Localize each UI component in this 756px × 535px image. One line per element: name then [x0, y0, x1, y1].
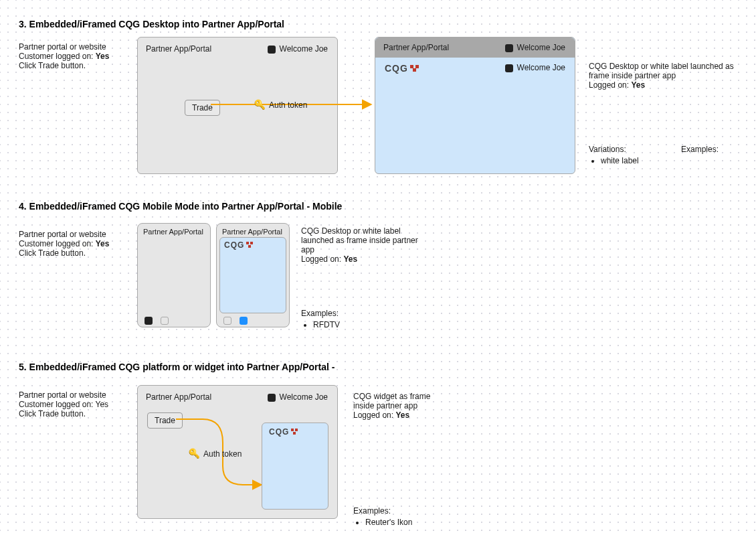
- user-icon: [268, 394, 276, 402]
- welcome-label: Welcome Joe: [505, 43, 565, 52]
- text-line: Customer logged on:: [19, 52, 96, 61]
- mobile-dock: [217, 315, 289, 327]
- cqg-logo-mark: [409, 64, 420, 72]
- desc-line: CQG Desktop or white label launched as f…: [589, 62, 734, 80]
- welcome-label: Welcome Joe: [268, 392, 328, 402]
- svg-rect-7: [291, 429, 294, 431]
- svg-rect-6: [248, 245, 251, 248]
- key-icon: 🔑: [189, 448, 200, 459]
- welcome-label: Welcome Joe: [268, 44, 328, 54]
- cqg-logo: CQG: [224, 240, 255, 250]
- cqg-logo: CQG: [269, 427, 300, 437]
- cqg-logo: CQG: [385, 63, 420, 74]
- cqg-logo-text: CQG: [224, 240, 244, 250]
- desc-line: Logged on:: [353, 410, 395, 420]
- partner-portal-widget: Partner App/Portal Welcome Joe Trade 🔑 A…: [137, 385, 338, 519]
- dock-tab-active[interactable]: [145, 317, 153, 325]
- panel-title: Partner App/Portal: [222, 228, 282, 236]
- section-5-left-col: Partner portal or website Customer logge…: [19, 390, 126, 418]
- text-line: Click Trade button.: [19, 248, 86, 258]
- desc-bold: Yes: [343, 254, 357, 264]
- section-3-left-col: Partner portal or website Customer logge…: [19, 42, 126, 70]
- key-icon: 🔑: [254, 99, 266, 110]
- user-icon: [505, 44, 513, 52]
- user-icon: [268, 46, 276, 54]
- panel-title: Partner App/Portal: [146, 44, 211, 54]
- text-line: Partner portal or website: [19, 230, 106, 239]
- welcome-text: Welcome Joe: [517, 43, 565, 52]
- example-item: RFDTV: [313, 320, 340, 329]
- examples-label: Examples:: [681, 145, 719, 154]
- desc-line: Logged on:: [589, 80, 631, 90]
- embedded-cqg-widget: CQG: [262, 423, 328, 510]
- text-line: Customer logged on:: [19, 239, 96, 248]
- desc-line: Logged on:: [301, 254, 343, 264]
- embedded-cqg-frame: CQG: [219, 237, 286, 313]
- desc-line: CQG Desktop or white label launched as f…: [301, 226, 418, 254]
- dock-tab[interactable]: [161, 317, 169, 325]
- section-5-right-desc: CQG widget as frame inside partner app L…: [353, 392, 454, 420]
- svg-rect-8: [295, 429, 298, 431]
- section-3-heading: 3. Embedded/iFramed CQG Desktop into Par…: [19, 19, 284, 29]
- svg-rect-3: [413, 68, 416, 72]
- svg-rect-4: [246, 242, 249, 244]
- examples-block-5: Examples: Reuter's Ikon: [353, 506, 412, 527]
- cqg-logo-mark: [290, 429, 300, 435]
- desc-bold: Yes: [631, 80, 645, 90]
- mobile-partner-left: Partner App/Portal: [137, 223, 211, 327]
- panel-title: Partner App/Portal: [143, 228, 203, 236]
- svg-rect-9: [293, 432, 296, 435]
- mobile-partner-embedded: Partner App/Portal CQG: [216, 223, 290, 327]
- desc-bold: Yes: [395, 410, 409, 420]
- desc-line: CQG widget as frame inside partner app: [353, 392, 430, 410]
- cqg-logo-mark: [246, 242, 255, 248]
- auth-token-label: Auth token: [269, 100, 307, 110]
- variation-item: white label: [601, 156, 639, 165]
- examples-label: Examples:: [353, 506, 391, 516]
- user-icon: [505, 64, 513, 72]
- text-line: Click Trade button.: [19, 409, 86, 418]
- panel-title: Partner App/Portal: [146, 392, 211, 402]
- section-5-heading: 5. Embedded/iFramed CQG platform or widg…: [19, 362, 335, 372]
- text-line: Customer logged on: Yes: [19, 400, 108, 409]
- text-line: Click Trade button.: [19, 61, 86, 70]
- cqg-logo-text: CQG: [385, 63, 408, 74]
- section-4-heading: 4. Embedded/iFramed CQG Mobile Mode into…: [19, 201, 342, 212]
- examples-block-4: Examples: RFDTV: [301, 309, 340, 329]
- text-line: Partner portal or website: [19, 390, 106, 400]
- welcome-text: Welcome Joe: [280, 44, 328, 54]
- cqg-logo-text: CQG: [269, 427, 289, 437]
- section-4-right-desc: CQG Desktop or white label launched as f…: [301, 226, 428, 264]
- svg-rect-5: [250, 242, 253, 244]
- variations-label: Variations:: [589, 145, 626, 154]
- panel-title: Partner App/Portal: [383, 43, 449, 52]
- dock-tab[interactable]: [223, 317, 231, 325]
- mobile-dock: [138, 315, 210, 327]
- svg-rect-2: [415, 65, 419, 68]
- text-bold: Yes: [96, 239, 110, 248]
- svg-rect-1: [410, 65, 413, 68]
- auth-token-label: Auth token: [203, 449, 242, 459]
- text-bold: Yes: [96, 52, 110, 61]
- dock-tab-active[interactable]: [240, 317, 248, 325]
- variations-block: Variations: white label: [589, 145, 639, 165]
- section-4-left-col: Partner portal or website Customer logge…: [19, 230, 126, 258]
- example-item: Reuter's Ikon: [365, 518, 412, 527]
- text-line: Partner portal or website: [19, 42, 106, 52]
- section-3-right-desc: CQG Desktop or white label launched as f…: [589, 62, 743, 90]
- welcome-text: Welcome Joe: [280, 392, 328, 402]
- examples-label: Examples:: [301, 309, 339, 318]
- partner-portal-embedded: Partner App/Portal Welcome Joe CQG Welco…: [375, 37, 575, 174]
- welcome-text: Welcome Joe: [517, 63, 565, 72]
- welcome-inner: Welcome Joe: [505, 63, 565, 72]
